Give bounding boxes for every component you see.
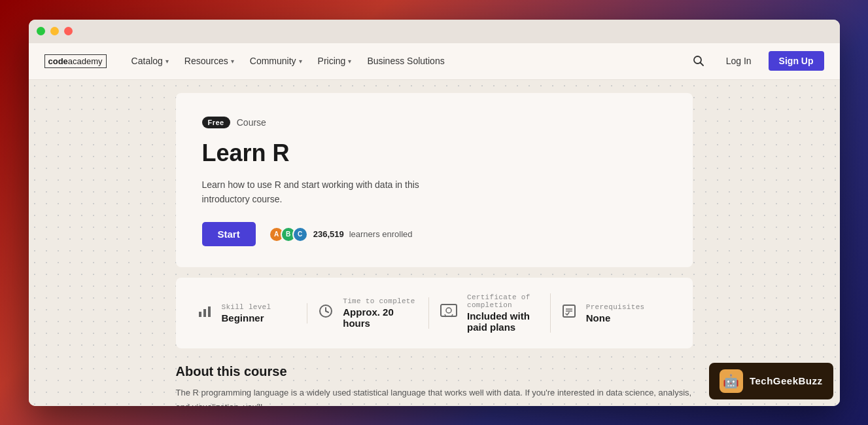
svg-rect-4	[208, 306, 211, 317]
nav-links: Catalog ▾ Resources ▾ Community ▾ Pricin…	[125, 52, 688, 70]
chevron-down-icon: ▾	[231, 58, 234, 65]
search-button[interactable]	[688, 50, 709, 71]
chevron-down-icon: ▾	[348, 58, 351, 65]
stat-prereqs-text: Prerequisites None	[586, 303, 645, 323]
watermark: 🤖 TechGeekBuzz	[709, 363, 833, 399]
badge-row: Free Course	[202, 117, 667, 128]
stat-skill-text: Skill level Beginner	[222, 303, 271, 323]
signup-button[interactable]: Sign Up	[769, 51, 824, 71]
nav-community[interactable]: Community ▾	[243, 52, 309, 70]
logo[interactable]: codeacademy	[44, 54, 107, 68]
course-description: Learn how to use R and start working wit…	[202, 177, 451, 207]
stat-time: Time to complete Approx. 20 hours	[307, 297, 429, 329]
nav-resources[interactable]: Resources ▾	[178, 52, 241, 70]
about-title: About this course	[176, 364, 693, 379]
checklist-icon	[561, 303, 577, 323]
course-type: Course	[237, 117, 266, 128]
login-button[interactable]: Log In	[717, 51, 761, 71]
search-icon	[693, 55, 704, 67]
clock-icon	[318, 303, 334, 323]
svg-line-1	[700, 63, 703, 66]
stat-prereqs-value: None	[586, 312, 645, 323]
start-button[interactable]: Start	[202, 222, 256, 246]
certificate-icon	[440, 303, 458, 323]
learner-avatars: A B C	[269, 227, 308, 242]
stat-time-text: Time to complete Approx. 20 hours	[343, 297, 418, 329]
stat-time-value: Approx. 20 hours	[343, 306, 418, 329]
learners-count: 236,519	[313, 229, 344, 239]
navbar: codeacademy Catalog ▾ Resources ▾ Commun…	[29, 43, 840, 80]
window-titlebar	[29, 20, 840, 43]
about-text: The R programming language is a widely u…	[176, 386, 693, 405]
stat-cert-value: Included with paid plans	[467, 310, 540, 333]
svg-line-7	[326, 311, 328, 312]
browser-window: codeacademy Catalog ▾ Resources ▾ Commun…	[29, 20, 840, 406]
stat-cert-text: Certificate of completion Included with …	[467, 293, 540, 333]
stat-cert-label: Certificate of completion	[467, 293, 540, 309]
chevron-down-icon: ▾	[299, 58, 302, 65]
stat-time-label: Time to complete	[343, 297, 418, 305]
learners-info: A B C 236,519 learners enrolled	[269, 227, 413, 242]
about-section: About this course The R programming lang…	[176, 359, 693, 405]
stat-certificate: Certificate of completion Included with …	[429, 293, 551, 333]
course-title: Learn R	[202, 139, 667, 167]
chevron-down-icon: ▾	[165, 58, 169, 65]
stat-prereqs: Prerequisites None	[551, 303, 672, 323]
logo-code: code	[48, 56, 68, 66]
svg-rect-3	[203, 309, 206, 317]
hero-actions: Start A B C 236,519 learners enrolled	[202, 222, 667, 246]
nav-business[interactable]: Business Solutions	[360, 52, 451, 70]
svg-rect-2	[199, 312, 201, 317]
logo-academy: academy	[68, 56, 103, 66]
nav-pricing[interactable]: Pricing ▾	[311, 52, 358, 70]
stat-skill-value: Beginner	[222, 312, 271, 323]
svg-point-9	[446, 308, 451, 313]
watermark-text: TechGeekBuzz	[750, 375, 823, 386]
free-badge: Free	[202, 117, 230, 128]
nav-catalog[interactable]: Catalog ▾	[125, 52, 175, 70]
stat-skill: Skill level Beginner	[197, 303, 308, 323]
nav-right: Log In Sign Up	[688, 50, 824, 71]
close-button[interactable]	[64, 27, 73, 35]
svg-rect-8	[441, 305, 457, 316]
stat-prereqs-label: Prerequisites	[586, 303, 645, 311]
watermark-icon: 🤖	[720, 369, 743, 393]
stats-card: Skill level Beginner Time to complete Ap…	[176, 278, 693, 348]
hero-card: Free Course Learn R Learn how to use R a…	[176, 93, 693, 268]
minimize-button[interactable]	[50, 27, 59, 35]
page-content: Free Course Learn R Learn how to use R a…	[29, 80, 840, 406]
stat-skill-label: Skill level	[222, 303, 271, 311]
avatar: C	[292, 227, 308, 242]
maximize-button[interactable]	[37, 27, 45, 35]
learners-text: learners enrolled	[349, 229, 413, 239]
chart-icon	[197, 303, 213, 323]
